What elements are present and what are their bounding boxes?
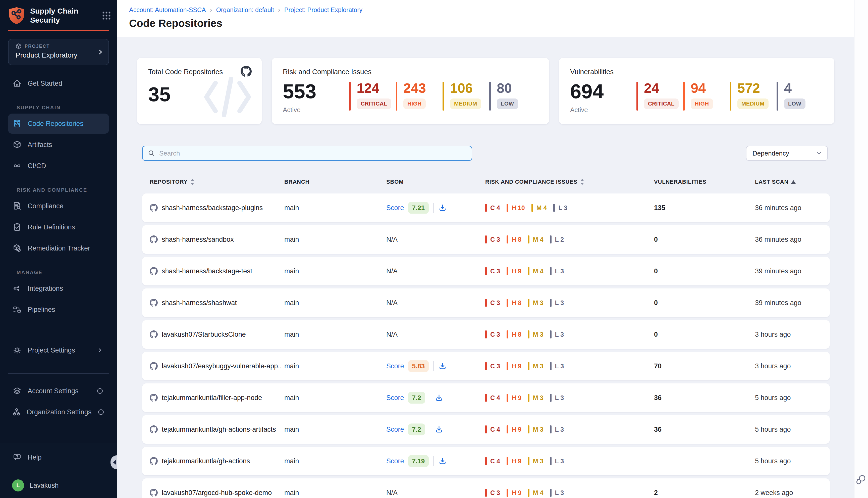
- repo-name[interactable]: tejakummarikuntla/gh-actions-artifacts: [162, 425, 276, 433]
- sbom-score-link[interactable]: Score: [386, 425, 404, 433]
- github-icon: [150, 299, 158, 307]
- severity-high: H 8: [507, 299, 521, 307]
- table-row[interactable]: tejakummarikuntla/gh-actions-artifactsma…: [142, 415, 830, 444]
- sidebar-item-project-settings[interactable]: Project Settings: [8, 340, 109, 360]
- org-chart-icon: [12, 408, 21, 417]
- info-icon[interactable]: [97, 408, 105, 416]
- table-row[interactable]: shash-harness/backstage-pluginsmainScore…: [142, 194, 830, 222]
- table-row[interactable]: tejakummarikuntla/gh-actionsmainScore7.1…: [142, 447, 830, 475]
- severity-medium: M 4: [528, 267, 544, 275]
- github-icon: [150, 394, 158, 402]
- sbom-cell: Score7.2: [386, 392, 443, 404]
- column-header-last-scan[interactable]: LAST SCAN: [755, 177, 796, 187]
- last-scan-cell: 2 weeks ago: [755, 489, 793, 497]
- severity-medium: M 4: [528, 489, 544, 497]
- sidebar-header: Supply Chain Security: [0, 0, 117, 30]
- sidebar-item-code-repositories[interactable]: Code Repositories: [8, 114, 109, 134]
- infinity-icon: [12, 161, 22, 171]
- sbom-download-icon[interactable]: [438, 204, 447, 212]
- sidebar-section-label: MANAGE: [16, 267, 109, 277]
- severity-low: L 3: [550, 330, 564, 339]
- clipboard-check-icon: [12, 222, 22, 232]
- sidebar-item-ci-cd[interactable]: CI/CD: [8, 156, 109, 176]
- sbom-download-icon[interactable]: [438, 457, 447, 466]
- repo-name[interactable]: lavakush07/StarbucksClone: [162, 331, 246, 339]
- page-content: Total Code Repositories 35 Risk and Comp…: [117, 37, 854, 498]
- branch-cell: main: [284, 394, 299, 402]
- severity-count: 24: [644, 81, 679, 95]
- risk-issues-cell: C 4H 10M 4L 3: [485, 204, 574, 212]
- sidebar-item-help[interactable]: Help: [8, 447, 109, 467]
- breadcrumb-link[interactable]: Account: Automation-SSCA: [129, 6, 206, 14]
- vulnerabilities-cell: 135: [654, 204, 665, 212]
- severity-high: H 10: [507, 204, 525, 212]
- severity-bar: [637, 82, 638, 110]
- filter-dropdown[interactable]: Dependency: [746, 146, 828, 161]
- severity-count: 124: [357, 81, 391, 95]
- severity-high: H 9: [507, 362, 521, 370]
- sidebar-item-organization-settings[interactable]: Organization Settings: [8, 402, 109, 422]
- supply-chain-security-logo-icon: [8, 6, 25, 25]
- sidebar-item-account-settings[interactable]: Account Settings: [8, 381, 109, 401]
- sbom-download-icon[interactable]: [435, 393, 443, 402]
- page-title: Code Repositories: [129, 17, 854, 29]
- code-watermark-icon: [201, 74, 254, 120]
- repo-name[interactable]: shash-harness/shashwat: [162, 299, 237, 307]
- severity-low: L 3: [550, 489, 564, 497]
- table-row[interactable]: lavakush07/argocd-hub-spoke-demomainN/AC…: [142, 479, 830, 498]
- table-row[interactable]: shash-harness/backstage-testmainN/AC 3H …: [142, 257, 830, 286]
- severity-group-medium: 572MEDIUM: [730, 81, 777, 114]
- sidebar-item-remediation-tracker[interactable]: Remediation Tracker: [8, 238, 109, 258]
- risk-issues-cell: C 3H 8M 3L 3: [485, 299, 570, 307]
- sidebar-item-compliance[interactable]: Compliance: [8, 196, 109, 216]
- project-selector[interactable]: PROJECT Product Exploratory: [8, 39, 109, 65]
- table-row[interactable]: shash-harness/shashwatmainN/AC 3H 8M 3L …: [142, 288, 830, 317]
- severity-badge: HIGH: [691, 99, 713, 109]
- severity-low: L 2: [550, 235, 564, 244]
- code-repo-icon: [12, 119, 22, 128]
- github-icon: [150, 204, 158, 212]
- module-grid-icon[interactable]: [102, 11, 111, 20]
- sbom-cell: Score5.83: [386, 360, 447, 372]
- sidebar-item-integrations[interactable]: Integrations: [8, 278, 109, 299]
- breadcrumb-link[interactable]: Organization: default: [216, 6, 274, 14]
- sbom-score-link[interactable]: Score: [386, 204, 404, 212]
- severity-low: L 3: [550, 457, 564, 465]
- severity-bar: [489, 82, 491, 110]
- repo-name[interactable]: shash-harness/sandbox: [162, 236, 234, 244]
- table-row[interactable]: tejakummarikuntla/filler-app-nodemainSco…: [142, 383, 830, 412]
- column-header-repository[interactable]: REPOSITORY: [150, 177, 195, 187]
- sbom-na: N/A: [386, 489, 398, 497]
- repo-name[interactable]: tejakummarikuntla/filler-app-node: [162, 394, 262, 402]
- severity-high: H 9: [507, 457, 521, 465]
- user-menu[interactable]: L Lavakush: [8, 475, 109, 496]
- repo-name[interactable]: lavakush07/easybuggy-vulnerable-app...: [162, 362, 281, 370]
- breadcrumb-separator-icon: ›: [210, 6, 212, 14]
- sbom-download-icon[interactable]: [435, 425, 443, 434]
- severity-medium: M 3: [528, 330, 544, 339]
- risk-issues-cell: C 4H 9M 3L 3: [485, 457, 570, 465]
- column-header-branch: BRANCH: [284, 177, 309, 187]
- repo-name[interactable]: shash-harness/backstage-test: [162, 267, 252, 275]
- sidebar-item-get-started[interactable]: Get Started: [8, 74, 109, 93]
- info-icon[interactable]: [95, 388, 105, 394]
- severity-high: H 8: [507, 330, 521, 339]
- severity-group-critical: 124CRITICAL: [349, 81, 396, 114]
- support-chat-icon[interactable]: [855, 474, 867, 485]
- repo-name[interactable]: lavakush07/argocd-hub-spoke-demo: [162, 489, 272, 497]
- sbom-download-icon[interactable]: [438, 362, 447, 370]
- repo-name[interactable]: tejakummarikuntla/gh-actions: [162, 457, 250, 465]
- table-row[interactable]: lavakush07/StarbucksClonemainN/AC 3H 8M …: [142, 320, 830, 349]
- table-row[interactable]: lavakush07/easybuggy-vulnerable-app...ma…: [142, 352, 830, 380]
- sbom-score-link[interactable]: Score: [386, 394, 404, 402]
- sbom-score-link[interactable]: Score: [386, 362, 404, 370]
- sbom-score-link[interactable]: Score: [386, 457, 404, 465]
- breadcrumb-link[interactable]: Project: Product Exploratory: [284, 6, 362, 14]
- repo-name[interactable]: shash-harness/backstage-plugins: [162, 204, 263, 212]
- sidebar-item-pipelines[interactable]: Pipelines: [8, 300, 109, 319]
- sidebar-item-artifacts[interactable]: Artifacts: [8, 135, 109, 155]
- sidebar-item-rule-definitions[interactable]: Rule Definitions: [8, 217, 109, 237]
- search-input[interactable]: [159, 149, 467, 157]
- column-header-risk-and-compliance-issues[interactable]: RISK AND COMPLIANCE ISSUES: [485, 177, 585, 187]
- table-row[interactable]: shash-harness/sandboxmainN/AC 3H 8M 4L 2…: [142, 225, 830, 254]
